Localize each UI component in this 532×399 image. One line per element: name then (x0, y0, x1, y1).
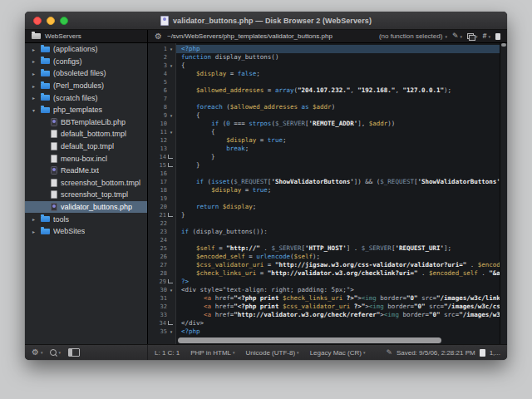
line-number-25[interactable]: 25 (148, 244, 175, 253)
line-number-12[interactable]: 12 (148, 136, 175, 145)
code-line-3[interactable]: { (176, 62, 500, 70)
fold-start-icon[interactable]: ▾ (167, 330, 175, 334)
code-line-9[interactable]: { (176, 111, 500, 120)
horizontal-scrollbar[interactable] (178, 337, 499, 343)
sidebar-item-default-top-tmpl[interactable]: default_top.tmpl (25, 140, 147, 153)
line-number-23[interactable]: 23 (148, 228, 175, 236)
close-button[interactable] (33, 17, 42, 25)
disclosure-closed-icon[interactable]: ▸ (30, 71, 37, 76)
code-line-21[interactable]: } (176, 211, 500, 219)
code-line-13[interactable]: break; (176, 145, 500, 153)
line-number-19[interactable]: 19 (148, 195, 175, 203)
code-line-27[interactable]: $css_validator_uri = "http://jigsaw.w3.o… (176, 261, 500, 269)
code-line-4[interactable]: $display = false; (176, 70, 500, 78)
disclosure-closed-icon[interactable]: ▸ (30, 47, 37, 52)
line-number-18[interactable]: 18 (148, 186, 175, 195)
disclosure-closed-icon[interactable]: ▸ (30, 216, 37, 222)
vertical-scroll-thumb[interactable] (501, 43, 506, 47)
line-number-9[interactable]: 9▾ (148, 111, 175, 120)
code-line-34[interactable]: </div> (176, 319, 500, 328)
line-number-35[interactable]: 35▾ (148, 328, 175, 336)
code-line-24[interactable] (176, 236, 500, 244)
fold-start-icon[interactable]: ▾ (167, 131, 175, 135)
sidebar-toggle-button[interactable] (68, 348, 80, 357)
markers-menu[interactable]: ✎▾ (452, 32, 462, 40)
code-line-18[interactable]: $display = true; (176, 186, 500, 195)
disclosure-closed-icon[interactable]: ▸ (30, 83, 37, 89)
line-number-14[interactable]: 14 (148, 153, 175, 161)
line-number-27[interactable]: 27 (148, 261, 175, 269)
code-line-30[interactable]: <div style="text-align: right; padding: … (176, 286, 500, 294)
zoom-button[interactable] (60, 17, 68, 25)
line-number-6[interactable]: 6 (148, 86, 175, 95)
line-number-5[interactable]: 5 (148, 78, 175, 86)
title-bar[interactable]: validator_buttons.php — Disk Browser 2 (… (25, 12, 507, 30)
editable-pencil-icon[interactable]: ✎ (386, 349, 392, 357)
sidebar-item-screenshot-top-tmpl[interactable]: screenshot_top.tmpl (25, 189, 147, 201)
code-line-32[interactable]: <a href="<?php print $css_validator_uri … (176, 303, 500, 311)
line-number-31[interactable]: 31 (148, 294, 175, 303)
disclosure-closed-icon[interactable]: ▸ (30, 95, 37, 101)
code-line-12[interactable]: $display = true; (176, 136, 500, 145)
code-line-2[interactable]: function display_buttons() (176, 53, 500, 62)
code-line-31[interactable]: <a href="<?php print $check_links_uri ?>… (176, 294, 500, 303)
sidebar-item-websites[interactable]: ▸WebSites (25, 225, 147, 238)
sidebar-item-php-templates[interactable]: ▾php_templates (25, 104, 147, 116)
line-number-8[interactable]: 8 (148, 103, 175, 111)
line-number-34[interactable]: 34 (148, 319, 175, 328)
counterparts-menu[interactable]: #▾ (482, 32, 490, 40)
code-line-10[interactable]: if (0 === strpos($_SERVER['REMOTE_ADDR']… (176, 120, 500, 128)
line-number-22[interactable]: 22 (148, 219, 175, 228)
code-line-23[interactable]: if (display_buttons()): (176, 228, 500, 236)
code-line-1[interactable]: <?php (176, 45, 500, 53)
encoding-popup[interactable]: Unicode (UTF-8)▾ (246, 349, 299, 357)
line-number-21[interactable]: 21 (148, 211, 175, 219)
function-popup[interactable]: (no function selected) ▾ (379, 32, 447, 40)
minimize-button[interactable] (47, 17, 55, 25)
code-line-15[interactable]: } (176, 161, 500, 170)
sidebar-item-obsoleted-files[interactable]: ▸(obsoleted files) (25, 67, 147, 80)
code-line-16[interactable] (176, 170, 500, 178)
vertical-scrollbar[interactable] (500, 43, 507, 345)
line-number-2[interactable]: 2 (148, 53, 175, 62)
gear-icon[interactable]: ⚙ (155, 32, 162, 41)
fold-start-icon[interactable]: ▾ (167, 47, 175, 52)
code-lines[interactable]: <?phpfunction display_buttons(){ $displa… (176, 43, 500, 345)
code-line-35[interactable]: <?php (176, 328, 500, 336)
new-document-button[interactable] (495, 33, 500, 40)
fold-start-icon[interactable]: ▾ (167, 64, 175, 68)
line-number-29[interactable]: 29 (148, 278, 175, 286)
code-line-33[interactable]: <a href="http://validator.w3.org/check/r… (176, 311, 500, 319)
search-menu[interactable]: ▾ (50, 349, 61, 356)
code-line-28[interactable]: $check_links_uri = "http://validator.w3.… (176, 269, 500, 278)
line-number-15[interactable]: 15 (148, 161, 175, 170)
code-line-19[interactable] (176, 195, 500, 203)
code-line-29[interactable]: ?> (176, 278, 500, 286)
sidebar-item-screenshot-bottom-tmpl[interactable]: screenshot_bottom.tmpl (25, 177, 147, 190)
code-line-7[interactable] (176, 95, 500, 103)
horizontal-scroll-thumb[interactable] (178, 337, 441, 343)
fold-start-icon[interactable]: ▾ (167, 114, 175, 118)
sidebar-item-bbtemplatelib-php[interactable]: BBTemplateLib.php (25, 116, 147, 129)
disclosure-closed-icon[interactable]: ▸ (30, 58, 37, 64)
sidebar-item-validator-buttons-php[interactable]: validator_buttons.php (25, 201, 147, 214)
code-line-14[interactable]: } (176, 153, 500, 161)
line-number-26[interactable]: 26 (148, 253, 175, 261)
line-number-28[interactable]: 28 (148, 269, 175, 278)
sidebar-item-configs[interactable]: ▸(configs) (25, 56, 147, 68)
sidebar-item-readme-txt[interactable]: ReadMe.txt (25, 165, 147, 177)
sidebar-item-tools[interactable]: ▸tools (25, 213, 147, 225)
disclosure-open-icon[interactable]: ▾ (30, 107, 37, 113)
code-line-20[interactable]: return $display; (176, 203, 500, 211)
sidebar-item-menu-box-incl[interactable]: menu-box.incl (25, 152, 147, 165)
code-line-22[interactable] (176, 219, 500, 228)
line-number-24[interactable]: 24 (148, 236, 175, 244)
code-line-11[interactable]: { (176, 128, 500, 136)
sidebar-item-default-bottom-tmpl[interactable]: default_bottom.tmpl (25, 128, 147, 140)
file-tree[interactable]: ▸(applications)▸(configs)▸(obsoleted fil… (25, 43, 148, 345)
line-number-3[interactable]: 3▾ (148, 62, 175, 70)
disclosure-closed-icon[interactable]: ▸ (30, 229, 37, 234)
sidebar-item-applications[interactable]: ▸(applications) (25, 43, 147, 56)
line-number-33[interactable]: 33 (148, 311, 175, 319)
line-ending-popup[interactable]: Legacy Mac (CR)▾ (310, 349, 366, 357)
